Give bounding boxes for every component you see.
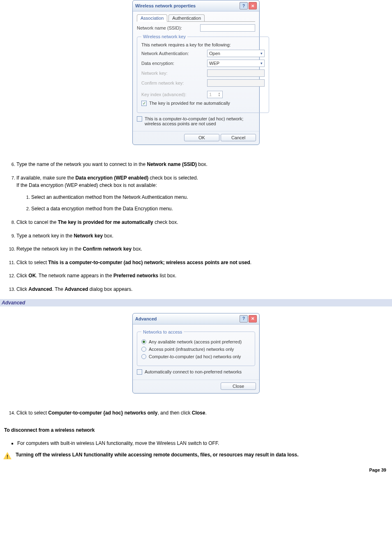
dialog-titlebar: Advanced ? ✕ [133, 313, 259, 325]
radio-any-network[interactable] [141, 339, 146, 344]
networks-access-group: Networks to access Any available network… [137, 329, 255, 366]
ssid-input[interactable] [200, 24, 255, 32]
keyidx-stepper[interactable]: 1 ▲▼ [207, 91, 223, 98]
wireless-properties-dialog: Wireless network properties ? ✕ Associat… [132, 0, 260, 145]
dialog-title: Advanced [135, 316, 157, 321]
autoconnect-checkbox[interactable] [137, 369, 142, 375]
help-button[interactable]: ? [240, 315, 248, 322]
autokey-label: The key is provided for me automatically [149, 101, 230, 106]
group-legend: Networks to access [141, 329, 184, 334]
keyidx-label: Key index (advanced): [141, 92, 203, 97]
ssid-label: Network name (SSID): [137, 25, 196, 30]
cancel-button[interactable]: Cancel [221, 134, 256, 141]
autokey-checkbox[interactable] [141, 101, 147, 106]
step-10: Retype the network key in the Confirm ne… [16, 245, 387, 253]
radio-any-label: Any available network (access point pref… [149, 339, 242, 344]
close-button[interactable]: ✕ [249, 2, 257, 9]
advanced-heading: Advanced [0, 299, 392, 306]
adhoc-checkbox[interactable] [137, 116, 142, 122]
confirm-input[interactable] [207, 79, 265, 87]
confirm-label: Confirm network key: [141, 81, 203, 85]
tab-authentication[interactable]: Authentication [168, 14, 205, 21]
autoconnect-label: Automatically connect to non-preferred n… [145, 369, 242, 374]
disconnect-item: For computers with built-in wireless LAN… [17, 440, 387, 446]
warning-icon [3, 452, 12, 459]
wireless-key-group: Wireless network key This network requir… [137, 34, 269, 113]
instruction-list-cont: Click to select Computer-to-computer {ad… [5, 409, 387, 417]
close-button[interactable]: ✕ [249, 315, 257, 322]
step-13: Click Advanced. The Advanced dialog box … [16, 286, 387, 293]
close-button[interactable]: Close [221, 382, 256, 390]
dataenc-value: WEP [209, 61, 219, 66]
requires-text: This network requires a key for the foll… [141, 42, 265, 47]
instruction-list: Type the name of the network you want to… [5, 161, 387, 293]
disconnect-heading: To disconnect from a wireless network [0, 422, 392, 433]
netkey-label: Network key: [141, 71, 203, 76]
netauth-select[interactable]: Open ▾ [207, 50, 265, 57]
step-7: If available, make sure the Data encrypt… [16, 174, 387, 213]
keyidx-value: 1 [209, 92, 212, 97]
dialog-titlebar: Wireless network properties ? ✕ [133, 0, 259, 12]
page-number: Page 39 [0, 461, 392, 475]
netkey-input[interactable] [207, 69, 265, 77]
radio-adhoc-only[interactable] [141, 354, 146, 359]
dataenc-label: Data encryption: [141, 61, 203, 66]
step-14: Click to select Computer-to-computer {ad… [16, 409, 387, 417]
dataenc-select[interactable]: WEP ▾ [207, 60, 265, 67]
disconnect-list: For computers with built-in wireless LAN… [5, 440, 387, 446]
substep-list: Select an authentication method from the… [16, 193, 387, 213]
radio-ap-label: Access point (infrastructure) networks o… [149, 347, 234, 352]
ok-button[interactable]: OK [184, 134, 219, 141]
chevron-down-icon: ▾ [261, 61, 263, 65]
caution-block: Turning off the wireless LAN functionali… [0, 450, 392, 461]
help-button[interactable]: ? [240, 2, 248, 9]
adhoc-label: This is a computer-to-computer (ad hoc) … [145, 116, 255, 126]
caution-text: Turning off the wireless LAN functionali… [16, 452, 389, 458]
advanced-dialog: Advanced ? ✕ Networks to access Any avai… [132, 313, 260, 394]
radio-ap-only[interactable] [141, 347, 146, 352]
step-9: Type a network key in the Network key bo… [16, 232, 387, 240]
step-7-2: Select a data encryption method from the… [31, 205, 387, 213]
step-7-1: Select an authentication method from the… [31, 193, 387, 201]
dialog-title: Wireless network properties [135, 3, 196, 8]
netauth-label: Network Authentication: [141, 51, 203, 56]
radio-adhoc-label: Computer-to-computer (ad hoc) networks o… [149, 354, 241, 359]
spinner-icon: ▲▼ [218, 92, 221, 97]
dialog-tabs: Association Authentication [137, 14, 255, 22]
group-legend: Wireless network key [141, 34, 187, 39]
tab-association[interactable]: Association [137, 14, 167, 22]
step-12: Click OK. The network name appears in th… [16, 272, 387, 280]
chevron-down-icon: ▾ [261, 51, 263, 55]
netauth-value: Open [209, 51, 220, 56]
step-6: Type the name of the network you want to… [16, 161, 387, 168]
step-11: Click to select This is a computer-to-co… [16, 259, 387, 267]
step-8: Click to cancel the The key is provided … [16, 219, 387, 226]
